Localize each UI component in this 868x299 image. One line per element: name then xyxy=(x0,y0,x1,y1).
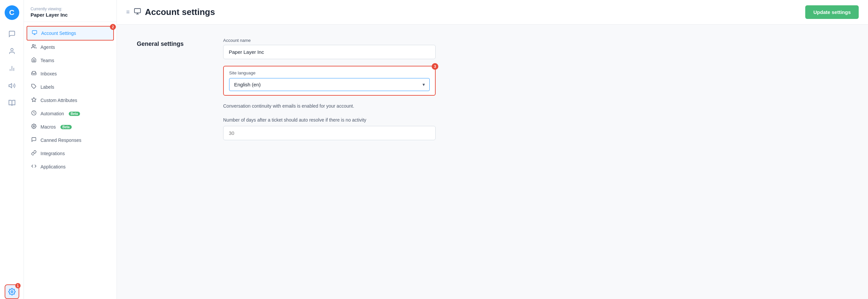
sidebar-item-labels[interactable]: Labels xyxy=(24,81,117,94)
applications-icon xyxy=(31,163,37,170)
account-settings-badge-2: 2 xyxy=(110,24,116,30)
auto-resolve-group: Number of days after a ticket should aut… xyxy=(223,116,436,140)
sidebar-item-label: Macros xyxy=(40,124,56,129)
sidebar-item-account-settings[interactable]: Account Settings 2 xyxy=(27,26,114,40)
sidebar-item-label: Labels xyxy=(40,84,54,90)
sidebar-item-agents[interactable]: Agents xyxy=(24,40,117,54)
site-language-label: Site language xyxy=(229,70,430,76)
site-language-badge-3: 3 xyxy=(432,63,438,70)
main-content: ≡ Account settings Update settings Gener… xyxy=(117,0,868,299)
page-title: Account settings xyxy=(145,7,215,17)
svg-point-7 xyxy=(32,44,34,46)
sidebar-item-label: Teams xyxy=(40,58,54,63)
settings-layout: General settings Account name Site langu… xyxy=(137,38,436,140)
teams-icon xyxy=(31,57,37,64)
sidebar-header: Currently viewing: Paper Layer Inc xyxy=(24,0,117,22)
account-settings-icon xyxy=(31,30,38,36)
site-language-select-wrapper: English (en) Spanish (es) French (fr) Ge… xyxy=(229,78,430,91)
labels-icon xyxy=(31,84,37,90)
sidebar-item-inboxes[interactable]: Inboxes xyxy=(24,67,117,81)
reports-nav-icon[interactable] xyxy=(5,61,19,76)
menu-icon[interactable]: ≡ xyxy=(126,9,130,16)
page-icon xyxy=(134,8,141,17)
svg-rect-12 xyxy=(134,9,140,13)
svg-point-11 xyxy=(33,126,34,127)
macros-icon xyxy=(31,124,37,130)
settings-form: Account name Site language English (en) … xyxy=(223,38,436,140)
info-text-auto-resolve: Number of days after a ticket should aut… xyxy=(223,116,436,124)
main-body: General settings Account name Site langu… xyxy=(117,25,868,299)
sidebar-item-label: Canned Responses xyxy=(40,138,81,143)
sidebar-item-macros[interactable]: Macros Beta xyxy=(24,120,117,133)
main-header: ≡ Account settings Update settings xyxy=(117,0,868,25)
sidebar-item-label: Inboxes xyxy=(40,71,57,77)
account-name-input[interactable] xyxy=(223,45,436,59)
sidebar-nav: Account Settings 2 Agents Teams xyxy=(24,22,117,177)
agents-icon xyxy=(31,44,37,51)
sidebar-item-label: Custom Attributes xyxy=(40,98,78,103)
custom-attributes-icon xyxy=(31,97,37,103)
sidebar-item-canned-responses[interactable]: Canned Responses xyxy=(24,133,117,147)
sidebar-item-label: Automation xyxy=(40,111,64,116)
sidebar-item-label: Integrations xyxy=(40,151,65,156)
automation-beta-badge: Beta xyxy=(69,112,80,116)
icon-navigation: C 1 xyxy=(0,0,24,299)
site-language-group: Site language English (en) Spanish (es) … xyxy=(223,66,436,96)
sidebar-item-applications[interactable]: Applications xyxy=(24,160,117,173)
info-text-continuity: Conversation continuity with emails is e… xyxy=(223,102,436,110)
svg-marker-4 xyxy=(9,84,11,88)
header-left: ≡ Account settings xyxy=(126,7,215,17)
sidebar-item-custom-attributes[interactable]: Custom Attributes xyxy=(24,94,117,107)
svg-rect-6 xyxy=(32,31,36,34)
org-name: Paper Layer Inc xyxy=(31,12,110,18)
update-settings-button[interactable]: Update settings xyxy=(805,5,859,19)
sidebar-item-label: Applications xyxy=(40,164,66,170)
svg-point-0 xyxy=(11,49,13,51)
svg-point-5 xyxy=(11,291,13,293)
sidebar: Currently viewing: Paper Layer Inc Accou… xyxy=(24,0,117,299)
currently-viewing-label: Currently viewing: xyxy=(31,7,110,11)
macros-beta-badge: Beta xyxy=(60,125,72,129)
sidebar-item-integrations[interactable]: Integrations xyxy=(24,147,117,160)
sidebar-item-label: Account Settings xyxy=(41,31,76,36)
library-nav-icon[interactable] xyxy=(5,96,19,110)
automation-icon xyxy=(31,110,37,117)
chat-nav-icon[interactable] xyxy=(5,27,19,41)
sidebar-item-teams[interactable]: Teams xyxy=(24,54,117,67)
auto-resolve-input[interactable] xyxy=(223,126,436,140)
canned-responses-icon xyxy=(31,137,37,144)
settings-badge-1: 1 xyxy=(15,283,21,288)
section-label: General settings xyxy=(137,38,196,140)
integrations-icon xyxy=(31,150,37,157)
account-name-group: Account name xyxy=(223,38,436,59)
sidebar-item-label: Agents xyxy=(40,44,55,50)
contacts-nav-icon[interactable] xyxy=(5,44,19,58)
site-language-select[interactable]: English (en) Spanish (es) French (fr) Ge… xyxy=(229,78,430,91)
sidebar-item-automation[interactable]: Automation Beta xyxy=(24,107,117,120)
settings-nav-icon[interactable]: 1 xyxy=(5,285,19,299)
app-logo: C xyxy=(5,5,19,20)
svg-marker-9 xyxy=(32,97,36,102)
inboxes-icon xyxy=(31,70,37,77)
account-name-label: Account name xyxy=(223,38,436,43)
campaigns-nav-icon[interactable] xyxy=(5,79,19,93)
